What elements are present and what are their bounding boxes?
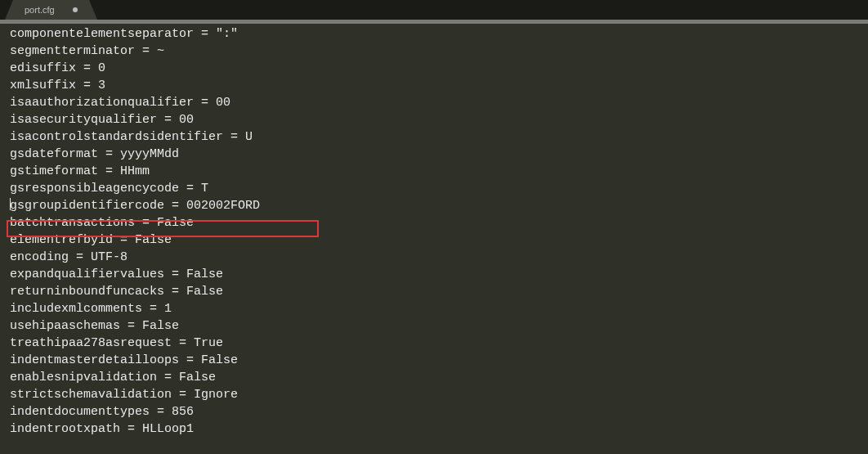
equals-sign: =	[98, 147, 120, 161]
config-line[interactable]: expandqualifiervalues = False	[10, 266, 858, 283]
config-value: False	[186, 285, 223, 299]
editor-wrap: componentelementseparator = ":"segmentte…	[0, 24, 868, 444]
config-key: gsgroupidentifiercode	[10, 199, 164, 213]
equals-sign: =	[179, 182, 201, 196]
equals-sign: =	[164, 199, 186, 213]
equals-sign: =	[69, 250, 91, 264]
equals-sign: =	[164, 285, 186, 299]
tab-port-cfg[interactable]: port.cfg	[13, 0, 89, 20]
dirty-indicator-icon	[73, 7, 78, 12]
equals-sign: =	[76, 61, 98, 75]
config-value: Ignore	[194, 388, 238, 402]
config-value: HLLoop1	[142, 422, 194, 436]
config-line[interactable]: enablesnipvalidation = False	[10, 369, 858, 386]
config-key: usehipaaschemas	[10, 319, 120, 333]
config-value: ~	[157, 44, 164, 58]
config-key: enablesnipvalidation	[10, 371, 157, 384]
config-line[interactable]: includexmlcomments = 1	[10, 300, 858, 317]
equals-sign: =	[76, 79, 98, 92]
config-value: HHmm	[120, 164, 150, 178]
config-value: 00	[216, 96, 230, 110]
config-value: 1	[164, 302, 172, 316]
config-key: includexmlcomments	[10, 302, 142, 316]
equals-sign: =	[194, 27, 216, 41]
config-value: 00	[179, 113, 194, 127]
config-line[interactable]: gsdateformat = yyyyMMdd	[10, 146, 858, 163]
equals-sign: =	[120, 319, 142, 333]
equals-sign: =	[150, 405, 172, 419]
config-value: 3	[98, 79, 105, 92]
config-key: segmentterminator	[10, 44, 135, 58]
config-line[interactable]: usehipaaschemas = False	[10, 317, 858, 335]
config-value: False	[201, 353, 238, 367]
equals-sign: =	[142, 302, 164, 316]
config-line[interactable]: edisuffix = 0	[10, 60, 858, 77]
config-line[interactable]: elementrefbyid = False	[10, 231, 858, 249]
config-key: gstimeformat	[10, 164, 98, 178]
config-line[interactable]: gstimeformat = HHmm	[10, 163, 858, 180]
config-key: edisuffix	[10, 61, 76, 75]
config-value: U	[245, 130, 253, 144]
config-key: returninboundfuncacks	[10, 285, 164, 299]
config-key: xmlsuffix	[10, 79, 76, 92]
config-key: gsdateformat	[10, 147, 98, 161]
tab-filename: port.cfg	[25, 5, 55, 15]
config-line[interactable]: xmlsuffix = 3	[10, 77, 858, 94]
equals-sign: =	[164, 267, 186, 281]
equals-sign: =	[157, 113, 179, 127]
config-line[interactable]: isaauthorizationqualifier = 00	[10, 94, 858, 111]
equals-sign: =	[135, 216, 157, 230]
equals-sign: =	[223, 130, 245, 144]
config-line[interactable]: gsgroupidentifiercode = 002002FORD	[10, 197, 858, 214]
config-value: False	[186, 267, 223, 281]
config-key: indentmasterdetailloops	[10, 353, 179, 367]
config-line[interactable]: componentelementseparator = ":"	[10, 25, 858, 43]
text-editor[interactable]: componentelementseparator = ":"segmentte…	[0, 24, 868, 444]
config-key: indentrootxpath	[10, 422, 120, 436]
equals-sign: =	[172, 336, 194, 350]
config-value: yyyyMMdd	[120, 147, 179, 161]
equals-sign: =	[194, 96, 216, 110]
config-key: gsresponsibleagencycode	[10, 182, 179, 196]
config-key: indentdocumenttypes	[10, 405, 150, 419]
config-line[interactable]: gsresponsibleagencycode = T	[10, 180, 858, 197]
config-key: elementrefbyid	[10, 233, 113, 247]
config-value: 002002FORD	[186, 199, 260, 213]
config-value: UTF-8	[91, 250, 128, 264]
config-value: False	[157, 216, 194, 230]
config-value: T	[201, 182, 208, 196]
config-line[interactable]: encoding = UTF-8	[10, 249, 858, 266]
equals-sign: =	[113, 233, 135, 247]
config-line[interactable]: strictschemavalidation = Ignore	[10, 386, 858, 403]
equals-sign: =	[135, 44, 157, 58]
config-value: False	[135, 233, 172, 247]
config-line[interactable]: treathipaa278asrequest = True	[10, 335, 858, 352]
config-line[interactable]: indentdocumenttypes = 856	[10, 403, 858, 420]
config-line[interactable]: batchtransactions = False	[10, 214, 858, 231]
config-value: False	[142, 319, 179, 333]
config-key: batchtransactions	[10, 216, 135, 230]
config-key: isaauthorizationqualifier	[10, 96, 194, 110]
config-key: treathipaa278asrequest	[10, 336, 172, 350]
config-line[interactable]: indentmasterdetailloops = False	[10, 352, 858, 369]
equals-sign: =	[179, 353, 201, 367]
equals-sign: =	[120, 422, 142, 436]
config-key: componentelementseparator	[10, 27, 194, 41]
tab-bar: port.cfg	[0, 0, 868, 20]
config-key: expandqualifiervalues	[10, 267, 164, 281]
config-line[interactable]: indentrootxpath = HLLoop1	[10, 420, 858, 438]
equals-sign: =	[172, 388, 194, 402]
config-key: isacontrolstandardsidentifier	[10, 130, 223, 144]
config-key: strictschemavalidation	[10, 388, 172, 402]
config-key: isasecurityqualifier	[10, 113, 157, 127]
equals-sign: =	[98, 164, 120, 178]
equals-sign: =	[157, 371, 179, 384]
config-value: ":"	[216, 27, 238, 41]
config-line[interactable]: segmentterminator = ~	[10, 43, 858, 60]
config-line[interactable]: isacontrolstandardsidentifier = U	[10, 128, 858, 146]
config-value: 856	[172, 405, 194, 419]
config-value: False	[179, 371, 216, 384]
config-value: 0	[98, 61, 105, 75]
config-line[interactable]: returninboundfuncacks = False	[10, 283, 858, 300]
config-line[interactable]: isasecurityqualifier = 00	[10, 111, 858, 128]
